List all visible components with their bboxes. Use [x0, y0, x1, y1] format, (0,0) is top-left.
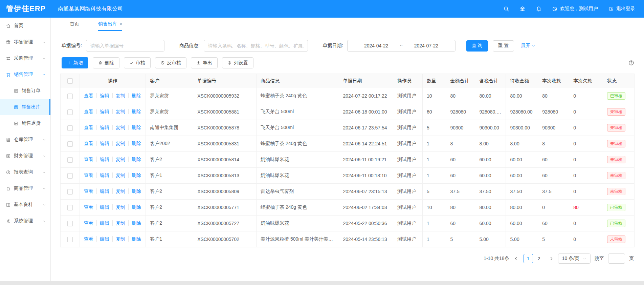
- row-action-edit[interactable]: 编辑: [96, 141, 109, 146]
- sidebar-item-sales[interactable]: 销售管理: [0, 66, 50, 83]
- row-action-view[interactable]: 查看: [84, 204, 93, 210]
- row-action-copy[interactable]: 复制: [112, 93, 125, 98]
- row-action-view[interactable]: 查看: [84, 172, 93, 178]
- row-action-delete[interactable]: 删除: [128, 220, 141, 226]
- row-action-edit[interactable]: 编辑: [96, 157, 109, 162]
- help-icon[interactable]: [628, 60, 635, 66]
- reset-button[interactable]: 重 置: [493, 40, 514, 52]
- row-action-view[interactable]: 查看: [84, 109, 93, 114]
- row-checkbox[interactable]: [67, 157, 73, 163]
- row-action-view[interactable]: 查看: [84, 236, 93, 242]
- add-button[interactable]: 新增: [62, 57, 88, 68]
- row-action-edit[interactable]: 编辑: [96, 236, 109, 242]
- row-action-view[interactable]: 查看: [84, 141, 93, 146]
- sidebar-item-sales-outbound[interactable]: 销售出库: [0, 99, 50, 115]
- row-action-delete[interactable]: 删除: [128, 125, 141, 130]
- jump-page-input[interactable]: [608, 253, 625, 264]
- header-right: 欢迎您，测试用户 退出登录: [503, 6, 644, 12]
- tab-home[interactable]: 首页: [70, 18, 79, 31]
- bank-icon[interactable]: [519, 6, 526, 12]
- column-settings-button[interactable]: 列设置: [222, 57, 253, 68]
- row-action-copy[interactable]: 复制: [112, 141, 125, 146]
- sidebar-item-sales-order[interactable]: 销售订单: [0, 83, 50, 99]
- row-action-edit[interactable]: 编辑: [96, 93, 109, 98]
- row-action-view[interactable]: 查看: [84, 93, 93, 98]
- row-action-edit[interactable]: 编辑: [96, 188, 109, 194]
- row-checkbox[interactable]: [67, 141, 73, 147]
- row-action-edit[interactable]: 编辑: [96, 109, 109, 114]
- row-action-copy[interactable]: 复制: [112, 204, 125, 210]
- welcome-user[interactable]: 欢迎您，测试用户: [552, 6, 598, 12]
- row-checkbox[interactable]: [67, 173, 73, 179]
- row-action-edit[interactable]: 编辑: [96, 125, 109, 130]
- row-action-copy[interactable]: 复制: [112, 220, 125, 226]
- sidebar-item-purchase[interactable]: 采购管理: [0, 50, 50, 66]
- doc-no-input[interactable]: [86, 40, 164, 52]
- tab-sales-outbound[interactable]: 销售出库×: [98, 18, 122, 31]
- row-action-copy[interactable]: 复制: [112, 125, 125, 130]
- page-button-1[interactable]: 1: [524, 254, 533, 263]
- search-icon[interactable]: [503, 6, 509, 12]
- row-checkbox[interactable]: [67, 221, 73, 226]
- receivable-cell: 8.00: [506, 136, 538, 152]
- row-action-delete[interactable]: 删除: [128, 236, 141, 242]
- sidebar-item-retail[interactable]: 零售管理: [0, 34, 50, 50]
- page-size-select[interactable]: 10 条/页: [558, 253, 591, 264]
- sidebar-item-finance[interactable]: 财务管理: [0, 148, 50, 164]
- logout-button[interactable]: 退出登录: [608, 6, 635, 12]
- unaudit-button[interactable]: 反审核: [155, 57, 186, 68]
- export-button[interactable]: 导出: [191, 57, 218, 68]
- page-button-2[interactable]: 2: [534, 254, 544, 263]
- row-action-view[interactable]: 查看: [84, 125, 93, 130]
- row-action-view[interactable]: 查看: [84, 157, 93, 162]
- row-checkbox[interactable]: [67, 94, 73, 99]
- received-cell: 60: [538, 216, 569, 231]
- bell-icon[interactable]: [536, 6, 542, 12]
- select-all-checkbox[interactable]: [67, 78, 73, 84]
- customer-cell: 客户2: [146, 152, 193, 168]
- sidebar-item-goods[interactable]: 商品管理: [0, 180, 50, 197]
- sidebar-item-basic-data[interactable]: 基本资料: [0, 197, 50, 213]
- row-checkbox[interactable]: [67, 205, 73, 210]
- sidebar-item-sales-return[interactable]: 销售退货: [0, 115, 50, 131]
- row-action-delete[interactable]: 删除: [128, 109, 141, 114]
- sidebar-item-home[interactable]: 首页: [0, 18, 50, 34]
- row-checkbox[interactable]: [67, 189, 73, 195]
- amount-cell: 60: [446, 152, 475, 168]
- row-action-copy[interactable]: 复制: [112, 157, 125, 162]
- row-action-copy[interactable]: 复制: [112, 172, 125, 178]
- row-action-delete[interactable]: 删除: [128, 188, 141, 194]
- row-action-delete[interactable]: 删除: [128, 93, 141, 98]
- row-action-delete[interactable]: 删除: [128, 141, 141, 146]
- row-action-delete[interactable]: 删除: [128, 172, 141, 178]
- sidebar-item-system[interactable]: 系统管理: [0, 213, 50, 229]
- row-action-copy[interactable]: 复制: [112, 109, 125, 114]
- row-action-copy[interactable]: 复制: [112, 188, 125, 194]
- row-checkbox[interactable]: [67, 125, 73, 131]
- sidebar-item-warehouse[interactable]: 仓库管理: [0, 131, 50, 148]
- row-checkbox[interactable]: [67, 237, 73, 242]
- date-range-picker[interactable]: 2024-04-22 ~ 2024-07-22: [347, 40, 456, 52]
- next-page-button[interactable]: [549, 256, 554, 261]
- row-action-delete[interactable]: 删除: [128, 204, 141, 210]
- audit-button[interactable]: 审核: [124, 57, 151, 68]
- sidebar-item-report[interactable]: 报表查询: [0, 164, 50, 180]
- row-action-edit[interactable]: 编辑: [96, 220, 109, 226]
- search-button[interactable]: 查 询: [466, 40, 488, 52]
- expand-link[interactable]: 展开: [521, 43, 535, 49]
- row-checkbox[interactable]: [67, 109, 73, 115]
- row-action-copy[interactable]: 复制: [112, 236, 125, 242]
- button-label: 反审核: [167, 60, 181, 66]
- delete-button[interactable]: 删除: [93, 57, 119, 68]
- row-action-edit[interactable]: 编辑: [96, 172, 109, 178]
- prev-page-button[interactable]: [513, 256, 519, 261]
- row-action-view[interactable]: 查看: [84, 220, 93, 226]
- tab-close-icon[interactable]: ×: [119, 22, 122, 26]
- row-action-edit[interactable]: 编辑: [96, 204, 109, 210]
- column-header: 操作: [80, 74, 146, 88]
- row-action-view[interactable]: 查看: [84, 188, 93, 194]
- owed-cell: 80: [569, 200, 603, 216]
- received-cell: 928080: [538, 104, 569, 120]
- product-info-input[interactable]: [204, 40, 308, 52]
- row-action-delete[interactable]: 删除: [128, 157, 141, 162]
